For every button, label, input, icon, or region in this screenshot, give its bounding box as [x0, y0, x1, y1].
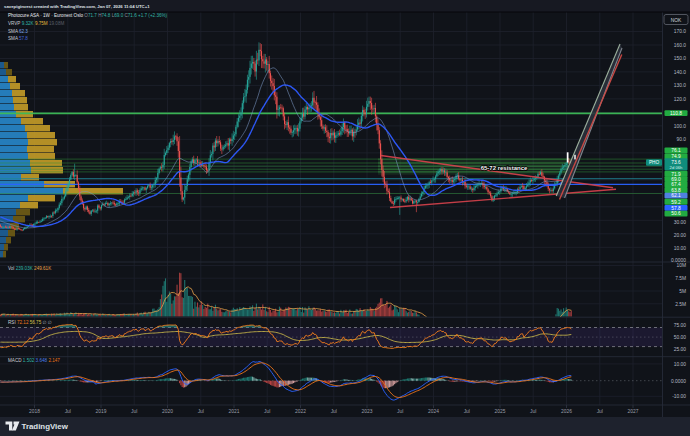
svg-text:7.5M: 7.5M [675, 276, 686, 281]
svg-text:Vol 239.03K 249.61K: Vol 239.03K 249.61K [8, 266, 52, 271]
svg-text:65-72 resistance: 65-72 resistance [481, 165, 528, 171]
svg-text:VRVP 9.32K 9.75M 19.08M: VRVP 9.32K 9.75M 19.08M [8, 21, 64, 26]
svg-text:Jul: Jul [530, 409, 536, 414]
svg-text:0.0000: 0.0000 [671, 379, 686, 384]
svg-text:100.0: 100.0 [674, 124, 687, 129]
svg-text:Jul: Jul [65, 409, 71, 414]
svg-text:20.00: 20.00 [674, 233, 687, 238]
svg-text:10.00: 10.00 [674, 246, 687, 251]
svg-text:2023: 2023 [362, 409, 373, 414]
svg-text:MACD 1.502 3.648 2.147: MACD 1.502 3.648 2.147 [8, 358, 60, 363]
svg-text:Jul: Jul [198, 409, 204, 414]
svg-text:76.1: 76.1 [671, 148, 681, 153]
svg-text:160.0: 160.0 [674, 43, 687, 48]
svg-text:RSI 72.12 56.75 ∅ ∅: RSI 72.12 56.75 ∅ ∅ [8, 320, 52, 325]
svg-text:2018: 2018 [29, 409, 40, 414]
svg-text:Jul: Jul [131, 409, 137, 414]
svg-text:TradingView: TradingView [22, 422, 69, 431]
svg-text:savepiginvest created with Tra: savepiginvest created with TradingView.c… [4, 4, 150, 9]
svg-text:110.8: 110.8 [670, 111, 682, 116]
svg-text:NOK: NOK [671, 18, 682, 23]
svg-text:71.9: 71.9 [671, 172, 681, 177]
svg-text:50.6: 50.6 [671, 211, 681, 216]
svg-text:2.5M: 2.5M [675, 302, 686, 307]
svg-text:50.00: 50.00 [674, 335, 687, 340]
svg-text:2024: 2024 [428, 409, 439, 414]
svg-text:Jul: Jul [331, 409, 337, 414]
svg-text:2027: 2027 [628, 409, 639, 414]
svg-text:Photocure ASA · 1W · Euronext: Photocure ASA · 1W · Euronext Oslo O71.7… [8, 13, 168, 18]
svg-text:2026: 2026 [561, 409, 572, 414]
svg-text:140.0: 140.0 [674, 70, 687, 75]
svg-text:150.0: 150.0 [674, 56, 687, 61]
svg-text:30.00: 30.00 [674, 220, 687, 225]
svg-text:63.8: 63.8 [671, 188, 681, 193]
svg-text:2019: 2019 [96, 409, 107, 414]
svg-text:67.4: 67.4 [671, 182, 681, 187]
svg-text:10.00: 10.00 [674, 362, 687, 367]
svg-text:62.1: 62.1 [671, 193, 681, 198]
svg-text:-10.00: -10.00 [672, 394, 686, 399]
svg-text:Jul: Jul [464, 409, 470, 414]
svg-text:69.0: 69.0 [671, 177, 681, 182]
svg-text:130.0: 130.0 [674, 83, 687, 88]
svg-text:2022: 2022 [295, 409, 306, 414]
svg-text:Jul: Jul [597, 409, 603, 414]
svg-text:Jul: Jul [397, 409, 403, 414]
svg-text:57.8: 57.8 [671, 206, 681, 211]
svg-text:Jul: Jul [264, 409, 270, 414]
svg-text:PHO: PHO [649, 160, 660, 165]
svg-text:5M: 5M [679, 289, 686, 294]
svg-text:170.0: 170.0 [674, 29, 687, 34]
svg-text:10M: 10M [676, 263, 686, 268]
svg-text:75.00: 75.00 [674, 323, 687, 328]
svg-text:2d 06h: 2d 06h [670, 165, 683, 170]
svg-text:73.6: 73.6 [671, 160, 681, 165]
svg-text:SMA 57.8: SMA 57.8 [8, 36, 28, 41]
svg-text:2020: 2020 [162, 409, 173, 414]
svg-text:SMA 62.3: SMA 62.3 [8, 29, 28, 34]
svg-text:59.2: 59.2 [671, 200, 681, 205]
svg-text:2025: 2025 [495, 409, 506, 414]
svg-text:120.0: 120.0 [674, 97, 687, 102]
svg-text:2021: 2021 [229, 409, 240, 414]
svg-text:90.0: 90.0 [676, 137, 686, 142]
svg-text:25.00: 25.00 [674, 347, 687, 352]
